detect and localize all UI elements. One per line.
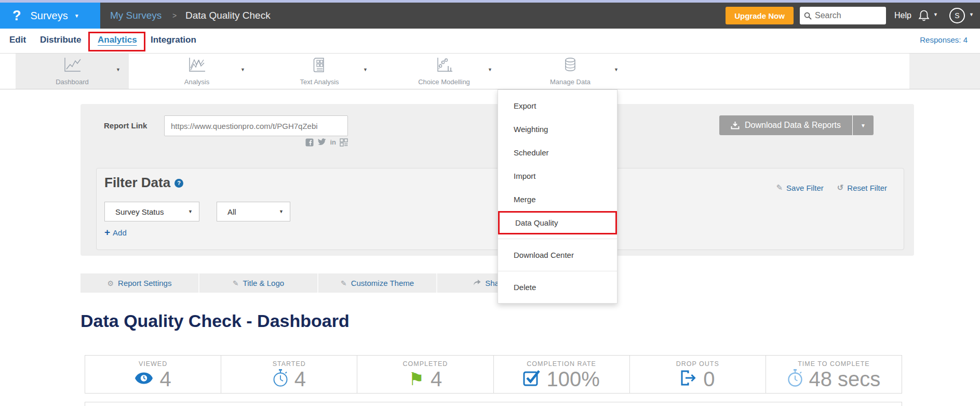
stopwatch-icon <box>273 369 288 389</box>
toolbar-tab-manage-data[interactable]: ▼ Manage Data <box>514 54 627 89</box>
analytics-toolbar: ▼ Dashboard ▼ Analysis ▼ Text <box>0 53 980 89</box>
stat-label: COMPLETION RATE <box>527 360 596 368</box>
download-data-reports-button[interactable]: Download Data & Reports <box>719 115 852 135</box>
menu-item-download-center[interactable]: Download Center <box>498 243 617 267</box>
analysis-menu-caret-icon[interactable]: ▼ <box>240 67 245 72</box>
questionpro-logo-icon: ? <box>12 9 21 23</box>
tab-customize-theme[interactable]: ✎ Customize Theme <box>318 273 437 293</box>
toolbar-tab-label: Text Analysis <box>263 78 376 86</box>
download-options-caret[interactable]: ▼ <box>853 115 874 135</box>
choice-modelling-menu-caret-icon[interactable]: ▼ <box>488 67 492 72</box>
save-filter-label: Save Filter <box>786 184 824 192</box>
stat-value: 0 <box>703 368 715 390</box>
app-root: ? Surveys ▼ My Surveys > Data Quality Ch… <box>0 0 980 406</box>
bell-menu-caret-icon[interactable]: ▼ <box>933 12 938 17</box>
toolbar-tab-label: Manage Data <box>514 78 627 86</box>
menu-divider <box>498 271 617 271</box>
filter-data-title-text: Filter Data <box>104 175 170 190</box>
edit-pencil-icon: ✎ <box>776 183 783 192</box>
annotation-red-box-analytics <box>88 32 145 51</box>
menu-item-export[interactable]: Export <box>498 94 617 117</box>
help-question-icon[interactable]: ? <box>174 179 183 188</box>
account-menu-caret-icon[interactable]: ▼ <box>969 12 974 17</box>
linkedin-icon[interactable]: in <box>330 138 336 148</box>
menu-item-data-quality[interactable]: Data Quality <box>498 211 617 234</box>
stat-value: 4 <box>159 368 171 390</box>
menu-item-weighting[interactable]: Weighting <box>498 117 617 141</box>
global-search[interactable] <box>800 7 886 24</box>
facebook-icon[interactable] <box>305 138 314 148</box>
search-icon <box>804 12 812 20</box>
qr-code-icon[interactable] <box>340 138 348 148</box>
tab-title-logo[interactable]: ✎ Title & Logo <box>199 273 318 293</box>
download-data-reports-split-button: Download Data & Reports ▼ <box>719 115 874 135</box>
filter-field-select[interactable]: Survey Status ▼ <box>104 202 199 221</box>
search-input[interactable] <box>815 11 877 20</box>
toolbar-tab-label: Analysis <box>140 78 253 86</box>
toolbar-tab-dashboard[interactable]: ▼ Dashboard <box>16 54 129 89</box>
survey-section-nav: Edit Distribute Analytics Integration Re… <box>0 29 980 53</box>
stat-label: DROP OUTS <box>676 360 719 368</box>
product-name: Surveys <box>31 10 68 22</box>
menu-item-scheduler[interactable]: Scheduler <box>498 141 617 164</box>
edit-pencil-icon: ✎ <box>233 280 239 287</box>
stat-label: VIEWED <box>139 360 167 368</box>
text-analysis-menu-caret-icon[interactable]: ▼ <box>363 67 368 72</box>
save-filter-button[interactable]: ✎ Save Filter <box>776 183 823 192</box>
add-filter-link[interactable]: + Add <box>104 227 127 238</box>
user-avatar[interactable]: S <box>949 8 965 23</box>
manage-data-menu-caret-icon[interactable]: ▼ <box>614 67 619 72</box>
undo-reset-icon: ↺ <box>837 183 844 192</box>
tab-report-settings[interactable]: ⚙ Report Settings <box>80 273 199 293</box>
page-title: Data Quality Check - Dashboard <box>80 311 350 331</box>
upgrade-now-button[interactable]: Upgrade Now <box>726 7 794 24</box>
text-analysis-magazine-icon <box>311 57 328 73</box>
filter-field-value: Survey Status <box>115 207 164 216</box>
breadcrumb-parent[interactable]: My Surveys <box>110 3 162 29</box>
stat-completed: COMPLETED ⚑ 4 <box>357 356 493 393</box>
drop-out-exit-icon <box>680 370 697 388</box>
stat-drop-outs: DROP OUTS 0 <box>630 356 766 393</box>
report-link-label: Report Link <box>104 115 147 136</box>
select-caret-icon: ▼ <box>188 209 193 214</box>
choice-modelling-chart-icon <box>434 57 454 73</box>
stat-value: 4 <box>431 368 442 390</box>
share-icons-row: in <box>164 138 348 148</box>
survey-stats-row: VIEWED 4 STARTED <box>85 355 902 394</box>
toolbar-tab-choice-modelling[interactable]: ▼ Choice Modelling <box>387 54 501 89</box>
edit-pencil-icon: ✎ <box>341 280 347 287</box>
eye-icon <box>135 372 153 386</box>
dashboard-menu-caret-icon[interactable]: ▼ <box>116 67 120 72</box>
toolbar-tab-text-analysis[interactable]: ▼ Text Analysis <box>263 54 376 89</box>
download-button-label: Download Data & Reports <box>745 121 841 130</box>
reset-filter-button[interactable]: ↺ Reset Filter <box>837 183 887 192</box>
filter-data-title: Filter Data? <box>104 175 183 191</box>
nav-item-edit[interactable]: Edit <box>9 29 26 53</box>
reset-filter-label: Reset Filter <box>847 184 887 192</box>
stopwatch-icon <box>787 369 803 389</box>
help-link[interactable]: Help <box>894 3 911 29</box>
report-settings-bar: ⚙ Report Settings ✎ Title & Logo ✎ Custo… <box>80 273 556 293</box>
stat-label: TIME TO COMPLETE <box>798 360 869 368</box>
stat-value: 48 secs <box>809 368 881 390</box>
stat-value: 4 <box>294 368 306 390</box>
menu-item-merge[interactable]: Merge <box>498 188 617 211</box>
stat-viewed: VIEWED 4 <box>85 356 221 393</box>
select-caret-icon: ▼ <box>279 209 284 214</box>
menu-item-delete[interactable]: Delete <box>498 276 617 299</box>
nav-item-distribute[interactable]: Distribute <box>40 29 81 53</box>
twitter-icon[interactable] <box>317 138 326 148</box>
menu-item-import[interactable]: Import <box>498 164 617 188</box>
manage-data-dropdown-menu: Export Weighting Scheduler Import Merge … <box>498 89 617 304</box>
share-arrow-icon <box>473 279 481 287</box>
nav-item-integration[interactable]: Integration <box>151 29 196 53</box>
next-section-partial <box>85 402 902 406</box>
toolbar-tab-label: Choice Modelling <box>387 78 501 86</box>
notifications-bell-icon[interactable] <box>918 9 930 24</box>
product-switcher[interactable]: ? Surveys ▼ <box>0 3 100 29</box>
report-link-input[interactable] <box>164 115 348 136</box>
toolbar-tab-analysis[interactable]: ▼ Analysis <box>140 54 253 89</box>
tab-label: Report Settings <box>118 279 171 287</box>
add-filter-label: Add <box>113 228 127 237</box>
filter-value-select[interactable]: All ▼ <box>217 202 290 221</box>
